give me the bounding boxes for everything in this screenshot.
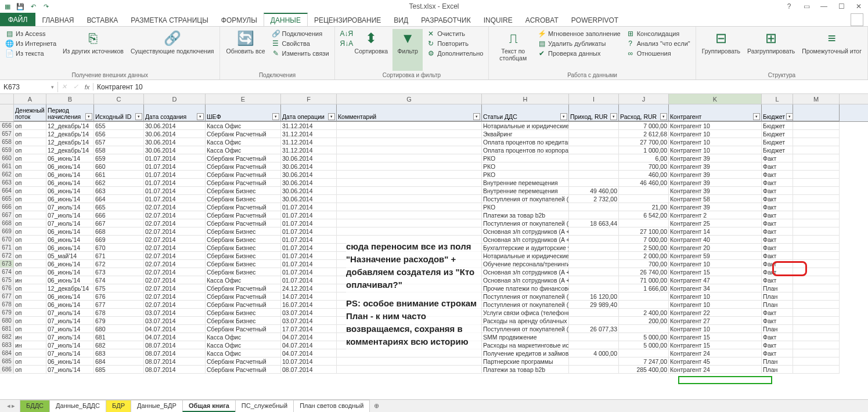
cell[interactable] xyxy=(569,227,619,236)
sort-za-button[interactable]: Я↓А xyxy=(338,39,350,48)
cell[interactable]: 06_июнь'14 xyxy=(46,357,94,366)
cell[interactable]: Контрагент 24 xyxy=(669,349,762,357)
row-number[interactable]: 679 xyxy=(0,309,14,317)
cell[interactable]: 2 000,00 xyxy=(619,252,669,260)
cell[interactable]: 01.07.2014 xyxy=(144,162,206,171)
cell[interactable]: оп xyxy=(14,366,46,374)
cell[interactable]: План xyxy=(762,325,793,333)
cell[interactable]: Контрагент 45 xyxy=(669,357,762,366)
row-number[interactable]: 682 xyxy=(0,333,14,341)
cell[interactable]: Сбербанк Расчетный xyxy=(206,211,281,219)
cell[interactable]: оп xyxy=(14,301,46,309)
cell[interactable]: Контрагент 47 xyxy=(669,276,762,284)
cell[interactable]: Оплата процентов по кредитам и займам xyxy=(482,138,569,146)
filter-dropdown-icon[interactable]: ▾ xyxy=(272,113,279,120)
ribbon-tab-разработчик[interactable]: РАЗРАБОТЧИК xyxy=(415,13,477,26)
filter-button[interactable]: ▼Фильтр xyxy=(392,29,423,71)
cell[interactable]: Факт xyxy=(762,244,793,252)
cell[interactable]: 08.07.2014 xyxy=(144,341,206,349)
cell[interactable]: 02.07.2014 xyxy=(144,219,206,227)
ribbon-tab-данные[interactable]: ДАННЫЕ xyxy=(264,13,308,26)
ungroup-button[interactable]: ⊞Разгруппировать xyxy=(745,29,797,71)
cell[interactable]: 684 xyxy=(94,357,144,366)
cell[interactable]: 21,00 xyxy=(619,203,669,211)
cell[interactable] xyxy=(793,146,840,154)
cell[interactable]: 02.07.2014 xyxy=(144,211,206,219)
cell[interactable]: Сбербанк Расчетный xyxy=(206,325,281,333)
cell[interactable]: Платежи за товар b2b xyxy=(482,366,569,374)
cell[interactable]: 16 120,00 xyxy=(569,292,619,301)
from-other-sources-button[interactable]: ⎘Из других источников xyxy=(60,29,126,71)
subtotal-button[interactable]: ≡Промежуточный итог xyxy=(799,29,864,71)
reapply-button[interactable]: ↻Повторить xyxy=(425,39,485,48)
connections-button[interactable]: 🔗Подключения xyxy=(270,29,331,38)
cell[interactable] xyxy=(569,122,619,130)
row-number[interactable]: 656 xyxy=(0,122,14,130)
cell[interactable]: План xyxy=(762,357,793,366)
filter-cell-B[interactable]: Период начисления▾ xyxy=(46,104,94,121)
cell[interactable]: 04.07.2014 xyxy=(281,349,337,357)
cell[interactable] xyxy=(337,122,482,130)
cell[interactable]: Факт xyxy=(762,341,793,349)
cell[interactable] xyxy=(569,211,619,219)
cell[interactable]: 30.06.2014 xyxy=(281,179,337,187)
cell[interactable]: 16.07.2014 xyxy=(281,301,337,309)
cell[interactable]: Контрагент 34 xyxy=(669,284,762,292)
cell[interactable]: Обучение персонала/тренинги xyxy=(482,260,569,268)
cell[interactable]: 04.07.2014 xyxy=(144,325,206,333)
cell[interactable] xyxy=(793,171,840,179)
cell[interactable]: 46 460,00 xyxy=(619,179,669,187)
cell[interactable] xyxy=(793,154,840,162)
cell[interactable]: 49 460,00 xyxy=(569,187,619,195)
cell[interactable]: 659 xyxy=(94,154,144,162)
filter-cell-D[interactable]: Дата создания▾ xyxy=(144,104,206,121)
cell[interactable]: 08.07.2014 xyxy=(144,357,206,366)
cell[interactable] xyxy=(569,357,619,366)
cell[interactable]: 12_декабрь'14 xyxy=(46,284,94,292)
sheet-tab[interactable]: Общая книга xyxy=(182,400,236,412)
account-avatar[interactable] xyxy=(851,13,863,26)
cell[interactable]: 285 400,00 xyxy=(619,366,669,374)
cell[interactable]: Сбербанк Расчетный xyxy=(206,162,281,171)
cell[interactable]: 30.06.2014 xyxy=(144,122,206,130)
sort-button[interactable]: ⬍Сортировка xyxy=(352,29,391,71)
cell[interactable]: 681 xyxy=(94,333,144,341)
cell[interactable] xyxy=(619,187,669,195)
cell[interactable]: Сбербанк Бизнес xyxy=(206,260,281,268)
cell[interactable]: 30.06.2014 xyxy=(281,187,337,195)
row-number[interactable]: 661 xyxy=(0,162,14,171)
cell[interactable] xyxy=(337,179,482,187)
row-number[interactable]: 670 xyxy=(0,236,14,244)
cell[interactable]: 06_июнь'14 xyxy=(46,171,94,179)
cell[interactable]: 02.07.2014 xyxy=(144,276,206,284)
cell[interactable]: Сбербанк Бизнес xyxy=(206,244,281,252)
cell[interactable]: Нотариальные и юридические услуги xyxy=(482,122,569,130)
filter-dropdown-icon[interactable]: ▾ xyxy=(753,113,760,120)
cell[interactable]: 01.07.2014 xyxy=(281,244,337,252)
cell[interactable]: 663 xyxy=(94,187,144,195)
cell[interactable]: оп xyxy=(14,154,46,162)
cell[interactable]: Сбербанк Бизнес xyxy=(206,309,281,317)
cell[interactable]: Касса Офис xyxy=(206,146,281,154)
relationships-button[interactable]: ∞Отношения xyxy=(625,49,692,58)
cell[interactable]: 05_май'14 xyxy=(46,252,94,260)
cell[interactable] xyxy=(793,162,840,171)
cell[interactable] xyxy=(793,357,840,366)
cell[interactable]: РКО xyxy=(482,162,569,171)
cell[interactable]: 673 xyxy=(94,268,144,276)
ribbon-options-icon[interactable]: ▭ xyxy=(799,1,813,12)
cell[interactable]: 12_декабрь'14 xyxy=(46,122,94,130)
consolidate-button[interactable]: ⊞Консолидация xyxy=(625,29,692,38)
cell[interactable]: 664 xyxy=(94,195,144,203)
column-header-M[interactable]: M xyxy=(793,94,840,104)
cell[interactable]: 01.07.2014 xyxy=(281,219,337,227)
cell[interactable]: оп xyxy=(14,195,46,203)
cell[interactable]: 30.06.2014 xyxy=(144,130,206,138)
filter-dropdown-icon[interactable]: ▾ xyxy=(786,113,793,120)
from-access-button[interactable]: ▤Из Access xyxy=(3,29,58,38)
existing-connections-button[interactable]: 🔗Существующие подключения xyxy=(128,29,217,71)
cell[interactable]: Контрагент 58 xyxy=(669,195,762,203)
cell[interactable] xyxy=(793,236,840,244)
row-number[interactable]: 683 xyxy=(0,341,14,349)
cell[interactable] xyxy=(793,317,840,325)
